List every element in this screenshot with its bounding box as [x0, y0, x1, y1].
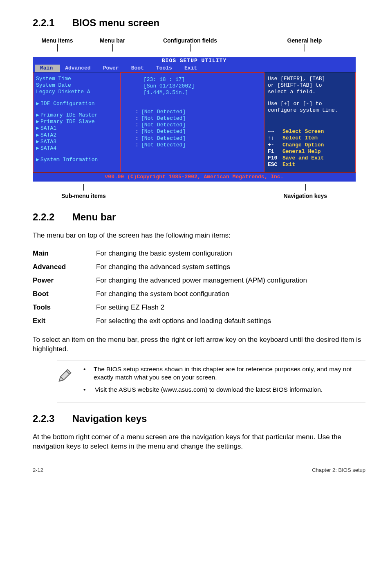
- hint-enter-tab: Use [ENTER], [TAB] or [SHIFT-TAB] to sel…: [268, 76, 352, 96]
- tab-tools[interactable]: Tools: [151, 65, 179, 72]
- tab-exit[interactable]: Exit: [179, 65, 204, 72]
- value-diskette[interactable]: [1.44M,3.5in.]: [143, 90, 261, 96]
- nav-key: +-: [268, 142, 282, 148]
- menu-desc: For changing the advanced system setting…: [96, 260, 365, 274]
- tab-boot[interactable]: Boot: [126, 65, 151, 72]
- label-config-fields: Configuration fields: [143, 37, 237, 45]
- nav-row: F10Save and Exit: [268, 155, 352, 162]
- menu-bar-table: MainFor changing the basic system config…: [33, 247, 365, 328]
- menu-bar-note: To select an item on the menu bar, press…: [33, 335, 365, 354]
- triangle-icon: ▶: [36, 125, 40, 132]
- value-sata1: :[Not Detected]: [135, 122, 261, 128]
- bios-body: System Time System Date Legacy Diskette …: [33, 72, 356, 173]
- triangle-icon: ▶: [36, 145, 40, 152]
- nav-key: ESC: [268, 162, 282, 168]
- heading-223: 2.2.3 Navigation keys: [33, 412, 365, 425]
- table-row: AdvancedFor changing the advanced system…: [33, 260, 365, 274]
- bios-mid-pane: [23: 18 : 17] [Sun 01/13/2002] [1.44M,3.…: [121, 72, 264, 173]
- menu-desc: For changing the basic system configurat…: [96, 247, 365, 260]
- menu-bar-intro: The menu bar on top of the screen has th…: [33, 231, 365, 240]
- tab-power[interactable]: Power: [98, 65, 126, 72]
- heading-221-num: 2.2.1: [33, 16, 69, 29]
- nav-key: ←→: [268, 128, 282, 135]
- hint-plus-minus: Use [+] or [-] to configure system time.: [268, 101, 352, 114]
- nav-key: F1: [268, 148, 282, 155]
- label-menu-bar: Menu bar: [82, 37, 143, 45]
- bullet-icon: •: [83, 365, 86, 382]
- menu-key: Tools: [33, 301, 96, 314]
- note-text: •The BIOS setup screens shown in this ch…: [83, 365, 365, 398]
- chapter-label: Chapter 2: BIOS setup: [312, 467, 365, 474]
- menu-desc: For changing the advanced power manageme…: [96, 274, 365, 287]
- menu-key: Power: [33, 274, 96, 287]
- item-ide-config[interactable]: ▶IDE Configuration: [36, 101, 117, 107]
- menu-key: Boot: [33, 287, 96, 301]
- nav-key-list: ←→Select Screen ↑↓Select Item +-Change O…: [268, 128, 352, 168]
- triangle-icon: ▶: [36, 132, 40, 139]
- value-sata3: :[Not Detected]: [135, 135, 261, 142]
- heading-223-title: Navigation keys: [72, 413, 147, 424]
- menu-key: Exit: [33, 314, 96, 328]
- triangle-icon: ▶: [36, 119, 40, 125]
- value-sata2: :[Not Detected]: [135, 128, 261, 135]
- table-row: BootFor changing the system boot configu…: [33, 287, 365, 301]
- nav-row: ←→Select Screen: [268, 128, 352, 135]
- nav-keys-para: At the bottom right corner of a menu scr…: [33, 433, 365, 451]
- heading-222-num: 2.2.2: [33, 211, 69, 224]
- menu-desc: For setting EZ Flash 2: [96, 301, 365, 314]
- triangle-icon: ▶: [36, 157, 40, 163]
- triangle-icon: ▶: [36, 139, 40, 145]
- list-item: •Visit the ASUS website (www.asus.com) t…: [83, 386, 365, 394]
- heading-223-num: 2.2.3: [33, 412, 69, 425]
- nav-row: +-Change Option: [268, 142, 352, 148]
- item-primary-slave[interactable]: ▶Primary IDE Slave: [36, 119, 117, 125]
- heading-222: 2.2.2 Menu bar: [33, 211, 365, 224]
- item-system-date[interactable]: System Date: [36, 82, 117, 89]
- menu-key: Advanced: [33, 260, 96, 274]
- value-primary-master: :[Not Detected]: [135, 109, 261, 115]
- table-row: PowerFor changing the advanced power man…: [33, 274, 365, 287]
- value-primary-slave: :[Not Detected]: [135, 115, 261, 122]
- nav-row: ↑↓Select Item: [268, 135, 352, 141]
- value-sata4: :[Not Detected]: [135, 142, 261, 148]
- item-primary-master[interactable]: ▶Primary IDE Master: [36, 112, 117, 119]
- note-box: •The BIOS setup screens shown in this ch…: [57, 361, 365, 402]
- item-sata4[interactable]: ▶SATA4: [36, 145, 117, 152]
- tab-advanced[interactable]: Advanced: [60, 65, 98, 72]
- item-system-info[interactable]: ▶System Information: [36, 157, 117, 163]
- bios-right-pane: Use [ENTER], [TAB] or [SHIFT-TAB] to sel…: [264, 72, 356, 173]
- triangle-icon: ▶: [36, 112, 40, 119]
- item-system-time[interactable]: System Time: [36, 76, 117, 82]
- value-time[interactable]: [23: 18 : 17]: [143, 76, 261, 83]
- nav-key: ↑↓: [268, 135, 282, 141]
- menu-key: Main: [33, 247, 96, 260]
- bios-titlebar: BIOS SETUP UTILITY Main Advanced Power B…: [33, 57, 356, 72]
- bios-copyright: v00.00 (C)Copyright 1985-2002, American …: [33, 173, 356, 182]
- bios-tabs[interactable]: Main Advanced Power Boot Tools Exit: [35, 65, 353, 72]
- bios-screenshot: BIOS SETUP UTILITY Main Advanced Power B…: [33, 57, 356, 182]
- bios-left-pane: System Time System Date Legacy Diskette …: [33, 72, 121, 173]
- nav-key: F10: [268, 155, 282, 162]
- diagram-bottom-labels: Sub-menu items Navigation keys: [33, 184, 356, 200]
- label-navigation-keys: Navigation keys: [283, 184, 327, 200]
- heading-221: 2.2.1 BIOS menu screen: [33, 16, 365, 29]
- label-submenu-items: Sub-menu items: [61, 184, 106, 200]
- triangle-icon: ▶: [36, 101, 40, 107]
- value-date[interactable]: [Sun 01/13/2002]: [143, 83, 261, 90]
- item-sata1[interactable]: ▶SATA1: [36, 125, 117, 132]
- item-sata3[interactable]: ▶SATA3: [36, 139, 117, 145]
- page-footer: 2-12 Chapter 2: BIOS setup: [33, 463, 365, 474]
- item-sata2[interactable]: ▶SATA2: [36, 132, 117, 139]
- page-number: 2-12: [33, 467, 43, 474]
- item-legacy-diskette[interactable]: Legacy Diskette A: [36, 89, 117, 95]
- bios-utility-title: BIOS SETUP UTILITY: [35, 58, 353, 64]
- label-general-help: General help: [253, 37, 356, 45]
- list-item: •The BIOS setup screens shown in this ch…: [83, 365, 365, 382]
- table-row: ExitFor selecting the exit options and l…: [33, 314, 365, 328]
- pencil-icon: [57, 365, 73, 388]
- tab-main[interactable]: Main: [35, 65, 60, 72]
- table-row: ToolsFor setting EZ Flash 2: [33, 301, 365, 314]
- label-menu-items: Menu items: [33, 37, 82, 45]
- nav-row: ESCExit: [268, 162, 352, 168]
- menu-desc: For selecting the exit options and loadi…: [96, 314, 365, 328]
